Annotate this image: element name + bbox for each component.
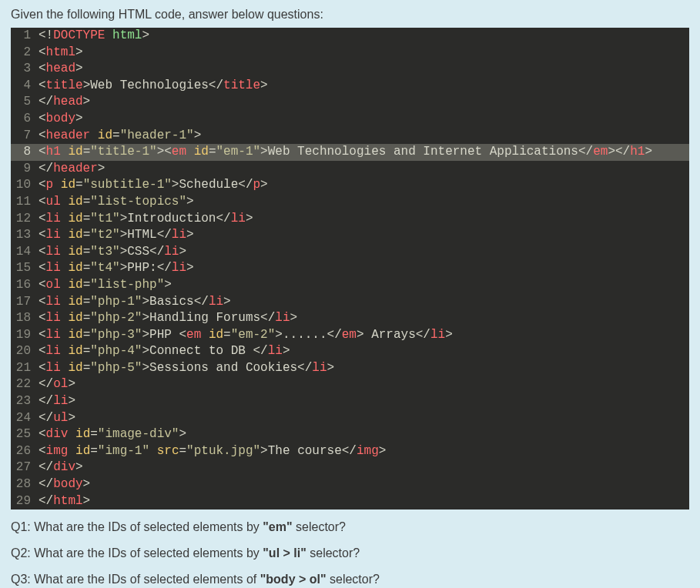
question-text-pre: What are the IDs of selected elements by bbox=[31, 546, 263, 560]
code-content: <body> bbox=[39, 111, 689, 128]
code-content: </ul> bbox=[39, 410, 689, 427]
code-line: 5</head> bbox=[11, 94, 689, 111]
line-number: 22 bbox=[11, 376, 39, 393]
code-line: 20<li id="php-4">Connect to DB </li> bbox=[11, 343, 689, 360]
code-content: <li id="php-2">Handling Forums</li> bbox=[39, 310, 689, 327]
code-line: 9</header> bbox=[11, 161, 689, 178]
line-number: 3 bbox=[11, 61, 39, 78]
line-number: 17 bbox=[11, 294, 39, 311]
question-2: Q2: What are the IDs of selected element… bbox=[0, 540, 700, 566]
code-content: </div> bbox=[39, 459, 689, 476]
code-line: 26<img id="img-1" src="ptuk.jpg">The cou… bbox=[11, 443, 689, 460]
code-line: 15<li id="t4">PHP:</li> bbox=[11, 260, 689, 277]
code-content: <div id="image-div"> bbox=[39, 426, 689, 443]
line-number: 28 bbox=[11, 476, 39, 493]
code-content: <title>Web Technologies</title> bbox=[39, 78, 689, 95]
question-text-post: selector? bbox=[306, 546, 360, 560]
code-line: 8<h1 id="title-1"><em id="em-1">Web Tech… bbox=[11, 144, 689, 161]
line-number: 26 bbox=[11, 443, 39, 460]
line-number: 6 bbox=[11, 111, 39, 128]
code-line: 27</div> bbox=[11, 459, 689, 476]
question-text-pre: What are the IDs of selected elements by bbox=[31, 520, 263, 533]
code-line: 18<li id="php-2">Handling Forums</li> bbox=[11, 310, 689, 327]
code-line: 29</html> bbox=[11, 493, 689, 510]
code-line: 12<li id="t1">Introduction</li> bbox=[11, 211, 689, 228]
line-number: 7 bbox=[11, 128, 39, 145]
code-content: <li id="php-5">Sessions and Cookies</li> bbox=[39, 360, 689, 377]
code-line: 22</ol> bbox=[11, 376, 689, 393]
line-number: 4 bbox=[11, 78, 39, 95]
code-line: 23</li> bbox=[11, 393, 689, 410]
code-content: <h1 id="title-1"><em id="em-1">Web Techn… bbox=[39, 144, 689, 161]
line-number: 29 bbox=[11, 493, 39, 510]
code-line: 2<html> bbox=[11, 45, 689, 62]
line-number: 19 bbox=[11, 327, 39, 344]
code-line: 11<ul id="list-topics"> bbox=[11, 194, 689, 211]
line-number: 1 bbox=[11, 28, 39, 45]
code-content: <li id="php-3">PHP <em id="em-2">......<… bbox=[39, 327, 689, 344]
code-content: </ol> bbox=[39, 376, 689, 393]
code-content: <li id="t2">HTML</li> bbox=[39, 227, 689, 244]
line-number: 15 bbox=[11, 260, 39, 277]
question-1: Q1: What are the IDs of selected element… bbox=[0, 514, 700, 540]
code-content: <p id="subtitle-1">Schedule</p> bbox=[39, 177, 689, 194]
question-label: Q2: bbox=[11, 546, 31, 560]
code-line: 3<head> bbox=[11, 61, 689, 78]
line-number: 11 bbox=[11, 194, 39, 211]
code-line: 10<p id="subtitle-1">Schedule</p> bbox=[11, 177, 689, 194]
question-3: Q3: What are the IDs of selected element… bbox=[0, 566, 700, 588]
code-content: <li id="php-1">Basics</li> bbox=[39, 294, 689, 311]
code-line: 16<ol id="list-php"> bbox=[11, 277, 689, 294]
line-number: 25 bbox=[11, 426, 39, 443]
code-content: <img id="img-1" src="ptuk.jpg">The cours… bbox=[39, 443, 689, 460]
line-number: 10 bbox=[11, 177, 39, 194]
code-content: <ul id="list-topics"> bbox=[39, 194, 689, 211]
code-line: 13<li id="t2">HTML</li> bbox=[11, 227, 689, 244]
line-number: 12 bbox=[11, 211, 39, 228]
code-content: <li id="t4">PHP:</li> bbox=[39, 260, 689, 277]
code-block: 1<!DOCTYPE html>2<html>3<head>4<title>We… bbox=[11, 28, 689, 509]
line-number: 18 bbox=[11, 310, 39, 327]
question-label: Q1: bbox=[11, 520, 31, 533]
question-text-post: selector? bbox=[327, 573, 380, 586]
code-line: 19<li id="php-3">PHP <em id="em-2">.....… bbox=[11, 327, 689, 344]
code-line: 24</ul> bbox=[11, 410, 689, 427]
line-number: 8 bbox=[11, 144, 39, 161]
code-content: <!DOCTYPE html> bbox=[39, 28, 689, 45]
prompt-text: Given the following HTML code, answer be… bbox=[0, 0, 700, 28]
line-number: 21 bbox=[11, 360, 39, 377]
code-content: </head> bbox=[39, 94, 689, 111]
line-number: 2 bbox=[11, 45, 39, 62]
question-selector: "body > ol" bbox=[260, 573, 327, 586]
code-line: 25<div id="image-div"> bbox=[11, 426, 689, 443]
code-line: 14<li id="t3">CSS</li> bbox=[11, 244, 689, 261]
code-content: <li id="php-4">Connect to DB </li> bbox=[39, 343, 689, 360]
question-label: Q3: bbox=[11, 573, 31, 586]
question-text-post: selector? bbox=[293, 520, 346, 533]
code-content: <li id="t3">CSS</li> bbox=[39, 244, 689, 261]
code-content: <li id="t1">Introduction</li> bbox=[39, 211, 689, 228]
code-content: <header id="header-1"> bbox=[39, 128, 689, 145]
code-line: 21<li id="php-5">Sessions and Cookies</l… bbox=[11, 360, 689, 377]
code-content: </li> bbox=[39, 393, 689, 410]
code-content: <head> bbox=[39, 61, 689, 78]
question-text-pre: What are the IDs of selected elements of bbox=[31, 573, 260, 586]
line-number: 16 bbox=[11, 277, 39, 294]
line-number: 27 bbox=[11, 459, 39, 476]
line-number: 14 bbox=[11, 244, 39, 261]
code-content: </html> bbox=[39, 493, 689, 510]
code-line: 7<header id="header-1"> bbox=[11, 128, 689, 145]
code-content: <html> bbox=[39, 45, 689, 62]
code-line: 1<!DOCTYPE html> bbox=[11, 28, 689, 45]
line-number: 23 bbox=[11, 393, 39, 410]
question-selector: "em" bbox=[263, 520, 292, 533]
line-number: 13 bbox=[11, 227, 39, 244]
code-line: 17<li id="php-1">Basics</li> bbox=[11, 294, 689, 311]
code-content: </body> bbox=[39, 476, 689, 493]
code-content: <ol id="list-php"> bbox=[39, 277, 689, 294]
code-line: 28</body> bbox=[11, 476, 689, 493]
line-number: 20 bbox=[11, 343, 39, 360]
line-number: 5 bbox=[11, 94, 39, 111]
code-line: 4<title>Web Technologies</title> bbox=[11, 78, 689, 95]
code-line: 6<body> bbox=[11, 111, 689, 128]
